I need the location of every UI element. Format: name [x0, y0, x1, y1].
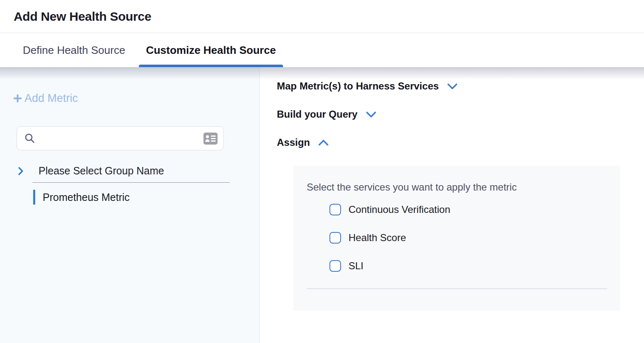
sidebar-item-prometheus-metric[interactable]: Prometheus Metric: [33, 190, 259, 205]
add-metric-label: Add Metric: [24, 92, 78, 105]
metric-group-row[interactable]: Please Select Group Name: [18, 165, 259, 177]
section-assign[interactable]: Assign: [277, 137, 644, 148]
option-label: Continuous Verification: [349, 204, 450, 215]
assign-options: Continuous Verification Health Score SLI: [307, 204, 620, 272]
contact-card-icon: [203, 133, 218, 145]
metrics-sidebar: Add Metric: [0, 67, 260, 343]
group-name-label: Please Select Group Name: [39, 165, 164, 177]
section-map-metrics-title: Map Metric(s) to Harness Services: [277, 80, 439, 92]
tab-bar: Define Health Source Customize Health So…: [0, 33, 644, 67]
assign-divider: [307, 288, 607, 289]
tab-customize-health-source[interactable]: Customize Health Source: [146, 33, 276, 67]
sli-checkbox[interactable]: [329, 260, 341, 272]
metric-name-label: Prometheus Metric: [43, 191, 130, 203]
tab-define-health-source[interactable]: Define Health Source: [23, 33, 125, 67]
metric-search-box: [17, 126, 224, 150]
continuous-verification-checkbox[interactable]: [329, 204, 341, 215]
selected-indicator-bar: [33, 190, 35, 205]
health-score-checkbox[interactable]: [329, 232, 341, 244]
section-build-query[interactable]: Build your Query: [277, 109, 644, 120]
section-map-metrics[interactable]: Map Metric(s) to Harness Services: [277, 80, 644, 92]
option-health-score: Health Score: [329, 232, 620, 244]
customize-main-panel: Map Metric(s) to Harness Services Build …: [260, 67, 644, 343]
chevron-down-icon[interactable]: [366, 111, 377, 118]
dialog-header: Add New Health Source: [0, 0, 644, 33]
search-icon: [24, 133, 36, 144]
chevron-right-icon[interactable]: [18, 166, 24, 176]
option-label: Health Score: [349, 232, 406, 244]
search-input[interactable]: [41, 132, 203, 145]
section-assign-title: Assign: [277, 137, 310, 148]
group-divider: [32, 182, 230, 183]
page-title: Add New Health Source: [14, 10, 151, 24]
add-metric-button[interactable]: Add Metric: [12, 92, 78, 105]
option-continuous-verification: Continuous Verification: [329, 204, 620, 215]
chevron-down-icon[interactable]: [447, 83, 458, 90]
content-area: Add Metric: [0, 67, 644, 343]
section-build-query-title: Build your Query: [277, 109, 358, 120]
plus-icon: [12, 93, 23, 104]
chevron-up-icon[interactable]: [318, 139, 329, 146]
assign-panel: Select the services you want to apply th…: [293, 166, 620, 311]
option-label: SLI: [349, 260, 363, 272]
option-sli: SLI: [329, 260, 620, 272]
assign-prompt: Select the services you want to apply th…: [307, 181, 620, 193]
